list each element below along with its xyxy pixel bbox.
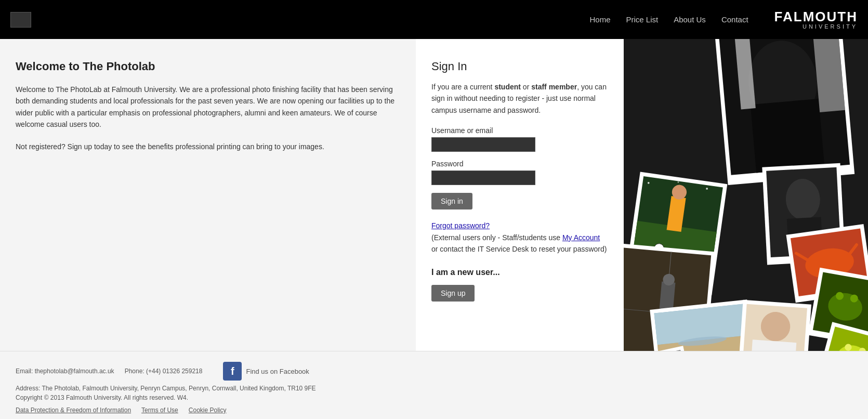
welcome-paragraph-1: Welcome to The PhotoLab at Falmouth Univ… — [16, 84, 395, 130]
signin-student-bold: student — [494, 83, 521, 91]
footer-phone: Phone: (+44) 01326 259218 — [125, 368, 203, 375]
signin-desc-text1: If you are a current — [431, 83, 494, 91]
footer-data-protection-link[interactable]: Data Protection & Freedom of Information — [16, 407, 131, 414]
signin-panel: Sign In If you are a current student or … — [416, 39, 624, 351]
my-account-link[interactable]: My Account — [562, 233, 600, 242]
footer-copyright: Copyright © 2013 Falmouth University. Al… — [16, 394, 852, 401]
collage-svg — [624, 39, 868, 351]
username-input[interactable] — [431, 137, 535, 152]
facebook-label: Find us on Facebook — [246, 368, 309, 375]
svg-rect-4 — [751, 99, 825, 173]
footer-contact-info: Email: thephotolab@falmouth.ac.uk Phone:… — [16, 368, 202, 375]
footer-cookie-link[interactable]: Cookie Policy — [189, 407, 227, 414]
facebook-link[interactable]: f Find us on Facebook — [223, 362, 309, 381]
footer-terms-link[interactable]: Terms of Use — [141, 407, 178, 414]
forgot-password-section: Forgot password? (External users only - … — [431, 220, 608, 255]
header: Home Price List About Us Contact FALMOUT… — [0, 0, 868, 39]
new-user-title: I am a new user... — [431, 268, 608, 277]
university-name: FALMOUTH — [774, 10, 858, 23]
forgot-password-link[interactable]: Forgot password? — [431, 221, 490, 230]
footer-top: Email: thephotolab@falmouth.ac.uk Phone:… — [16, 362, 852, 381]
content-wrapper: Welcome to The Photolab Welcome to The P… — [0, 39, 868, 351]
footer-email: Email: thephotolab@falmouth.ac.uk — [16, 368, 114, 375]
main-nav: Home Price List About Us Contact FALMOUT… — [589, 10, 858, 30]
signin-or: or — [521, 83, 531, 91]
signin-description: If you are a current student or staff me… — [431, 81, 608, 116]
nav-contact[interactable]: Contact — [721, 15, 748, 24]
footer-links: Data Protection & Freedom of Information… — [16, 407, 852, 414]
site-logo — [10, 12, 31, 28]
welcome-title: Welcome to The Photolab — [16, 60, 395, 73]
signup-button[interactable]: Sign up — [431, 285, 475, 302]
left-panel: Welcome to The Photolab Welcome to The P… — [0, 39, 416, 351]
facebook-icon: f — [223, 362, 242, 381]
nav-home[interactable]: Home — [589, 15, 610, 24]
university-subtitle: UNIVERSITY — [803, 23, 858, 30]
username-label: Username or email — [431, 126, 608, 135]
password-label: Password — [431, 160, 608, 168]
photo-collage — [624, 39, 868, 351]
forgot-desc-2: or contact the IT Service Desk to reset … — [431, 245, 607, 253]
nav-price-list[interactable]: Price List — [626, 15, 658, 24]
forgot-desc-1: (External users only - Staff/students us… — [431, 233, 562, 242]
footer: Email: thephotolab@falmouth.ac.uk Phone:… — [0, 351, 868, 419]
welcome-paragraph-2: Not registered? Sign up today to see the… — [16, 141, 395, 152]
password-input[interactable] — [431, 171, 535, 185]
signin-button[interactable]: Sign in — [431, 193, 472, 210]
signin-staff-bold: staff member — [531, 83, 577, 91]
falmouth-university-logo: FALMOUTH UNIVERSITY — [774, 10, 858, 30]
footer-address: Address: The Photolab, Falmouth Universi… — [16, 385, 852, 392]
nav-about-us[interactable]: About Us — [674, 15, 706, 24]
signin-title: Sign In — [431, 60, 608, 73]
